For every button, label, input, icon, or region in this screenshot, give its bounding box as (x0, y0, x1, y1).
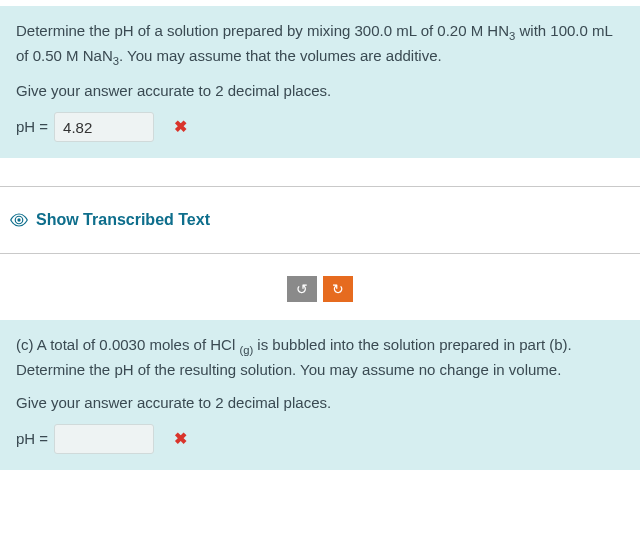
incorrect-icon-1: ✖ (174, 115, 187, 139)
question1-instruction: Give your answer accurate to 2 decimal p… (16, 80, 624, 103)
q1-text-post: . You may assume that the volumes are ad… (119, 47, 442, 64)
ph-label-2: pH = (16, 428, 48, 451)
question-box-1: Determine the pH of a solution prepared … (0, 6, 640, 158)
q2-text-pre: (c) A total of 0.0030 moles of HCl (16, 336, 239, 353)
answer-row-2: pH = ✖ (16, 424, 624, 454)
question2-instruction: Give your answer accurate to 2 decimal p… (16, 392, 624, 415)
redo-button[interactable]: ↻ (323, 276, 353, 302)
answer-row-1: pH = ✖ (16, 112, 624, 142)
ph-input-2[interactable] (54, 424, 154, 454)
ph-input-1[interactable] (54, 112, 154, 142)
q1-text-pre: Determine the pH of a solution prepared … (16, 22, 509, 39)
question2-text-line1: (c) A total of 0.0030 moles of HCl (g) i… (16, 334, 624, 381)
undo-icon: ↺ (296, 281, 308, 297)
undo-button[interactable]: ↺ (287, 276, 317, 302)
eye-icon (10, 213, 28, 227)
redo-icon: ↻ (332, 281, 344, 297)
question-box-2: (c) A total of 0.0030 moles of HCl (g) i… (0, 320, 640, 470)
incorrect-icon-2: ✖ (174, 427, 187, 451)
show-transcribed-link[interactable]: Show Transcribed Text (36, 211, 210, 229)
refresh-bar: ↺ ↻ (0, 254, 640, 320)
show-transcribed-row[interactable]: Show Transcribed Text (0, 187, 640, 253)
q2-sub: (g) (239, 344, 253, 356)
ph-label-1: pH = (16, 116, 48, 139)
svg-point-0 (17, 219, 20, 222)
question1-text-line1: Determine the pH of a solution prepared … (16, 20, 624, 70)
